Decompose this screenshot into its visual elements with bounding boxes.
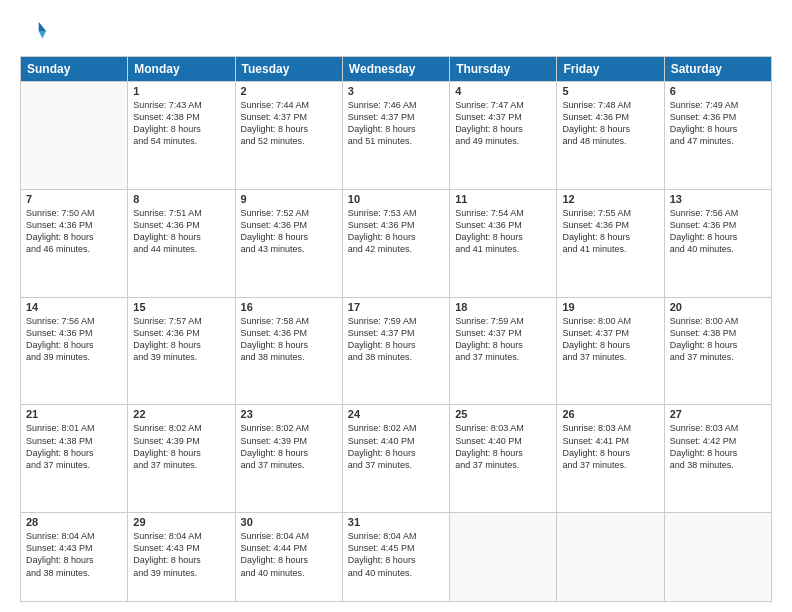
calendar-cell <box>21 82 128 190</box>
day-info: Sunrise: 8:02 AM Sunset: 4:39 PM Dayligh… <box>241 422 337 471</box>
day-info: Sunrise: 8:04 AM Sunset: 4:45 PM Dayligh… <box>348 530 444 579</box>
calendar-cell: 17Sunrise: 7:59 AM Sunset: 4:37 PM Dayli… <box>342 297 449 405</box>
day-of-week-header: Wednesday <box>342 57 449 82</box>
calendar-week-row: 1Sunrise: 7:43 AM Sunset: 4:38 PM Daylig… <box>21 82 772 190</box>
calendar-cell: 3Sunrise: 7:46 AM Sunset: 4:37 PM Daylig… <box>342 82 449 190</box>
day-number: 27 <box>670 408 766 420</box>
header <box>20 18 772 46</box>
calendar-cell: 2Sunrise: 7:44 AM Sunset: 4:37 PM Daylig… <box>235 82 342 190</box>
day-number: 2 <box>241 85 337 97</box>
day-info: Sunrise: 7:55 AM Sunset: 4:36 PM Dayligh… <box>562 207 658 256</box>
calendar-cell <box>664 513 771 602</box>
calendar-cell: 25Sunrise: 8:03 AM Sunset: 4:40 PM Dayli… <box>450 405 557 513</box>
calendar-cell: 16Sunrise: 7:58 AM Sunset: 4:36 PM Dayli… <box>235 297 342 405</box>
day-info: Sunrise: 7:43 AM Sunset: 4:38 PM Dayligh… <box>133 99 229 148</box>
day-number: 18 <box>455 301 551 313</box>
day-info: Sunrise: 8:02 AM Sunset: 4:40 PM Dayligh… <box>348 422 444 471</box>
day-info: Sunrise: 8:00 AM Sunset: 4:38 PM Dayligh… <box>670 315 766 364</box>
day-number: 30 <box>241 516 337 528</box>
calendar-cell: 20Sunrise: 8:00 AM Sunset: 4:38 PM Dayli… <box>664 297 771 405</box>
calendar-cell: 4Sunrise: 7:47 AM Sunset: 4:37 PM Daylig… <box>450 82 557 190</box>
day-number: 8 <box>133 193 229 205</box>
day-info: Sunrise: 7:51 AM Sunset: 4:36 PM Dayligh… <box>133 207 229 256</box>
calendar-week-row: 21Sunrise: 8:01 AM Sunset: 4:38 PM Dayli… <box>21 405 772 513</box>
day-info: Sunrise: 7:48 AM Sunset: 4:36 PM Dayligh… <box>562 99 658 148</box>
logo-icon <box>20 18 48 46</box>
calendar-cell: 5Sunrise: 7:48 AM Sunset: 4:36 PM Daylig… <box>557 82 664 190</box>
calendar-cell: 22Sunrise: 8:02 AM Sunset: 4:39 PM Dayli… <box>128 405 235 513</box>
calendar-week-row: 28Sunrise: 8:04 AM Sunset: 4:43 PM Dayli… <box>21 513 772 602</box>
calendar-cell: 7Sunrise: 7:50 AM Sunset: 4:36 PM Daylig… <box>21 189 128 297</box>
day-info: Sunrise: 7:57 AM Sunset: 4:36 PM Dayligh… <box>133 315 229 364</box>
day-info: Sunrise: 8:00 AM Sunset: 4:37 PM Dayligh… <box>562 315 658 364</box>
calendar: SundayMondayTuesdayWednesdayThursdayFrid… <box>20 56 772 602</box>
day-number: 26 <box>562 408 658 420</box>
day-of-week-header: Saturday <box>664 57 771 82</box>
day-number: 25 <box>455 408 551 420</box>
calendar-cell: 21Sunrise: 8:01 AM Sunset: 4:38 PM Dayli… <box>21 405 128 513</box>
day-info: Sunrise: 8:02 AM Sunset: 4:39 PM Dayligh… <box>133 422 229 471</box>
day-number: 17 <box>348 301 444 313</box>
day-info: Sunrise: 8:03 AM Sunset: 4:40 PM Dayligh… <box>455 422 551 471</box>
calendar-cell: 23Sunrise: 8:02 AM Sunset: 4:39 PM Dayli… <box>235 405 342 513</box>
day-of-week-header: Thursday <box>450 57 557 82</box>
calendar-cell: 10Sunrise: 7:53 AM Sunset: 4:36 PM Dayli… <box>342 189 449 297</box>
day-of-week-header: Monday <box>128 57 235 82</box>
day-info: Sunrise: 7:56 AM Sunset: 4:36 PM Dayligh… <box>670 207 766 256</box>
calendar-cell: 18Sunrise: 7:59 AM Sunset: 4:37 PM Dayli… <box>450 297 557 405</box>
calendar-cell: 27Sunrise: 8:03 AM Sunset: 4:42 PM Dayli… <box>664 405 771 513</box>
day-number: 13 <box>670 193 766 205</box>
day-info: Sunrise: 7:46 AM Sunset: 4:37 PM Dayligh… <box>348 99 444 148</box>
day-info: Sunrise: 8:04 AM Sunset: 4:44 PM Dayligh… <box>241 530 337 579</box>
day-number: 1 <box>133 85 229 97</box>
svg-marker-0 <box>39 22 46 31</box>
calendar-week-row: 7Sunrise: 7:50 AM Sunset: 4:36 PM Daylig… <box>21 189 772 297</box>
day-info: Sunrise: 7:59 AM Sunset: 4:37 PM Dayligh… <box>348 315 444 364</box>
day-of-week-header: Sunday <box>21 57 128 82</box>
day-number: 23 <box>241 408 337 420</box>
day-number: 28 <box>26 516 122 528</box>
calendar-cell: 9Sunrise: 7:52 AM Sunset: 4:36 PM Daylig… <box>235 189 342 297</box>
calendar-cell: 11Sunrise: 7:54 AM Sunset: 4:36 PM Dayli… <box>450 189 557 297</box>
day-number: 24 <box>348 408 444 420</box>
day-info: Sunrise: 7:54 AM Sunset: 4:36 PM Dayligh… <box>455 207 551 256</box>
day-info: Sunrise: 8:01 AM Sunset: 4:38 PM Dayligh… <box>26 422 122 471</box>
day-number: 12 <box>562 193 658 205</box>
day-number: 11 <box>455 193 551 205</box>
day-info: Sunrise: 7:59 AM Sunset: 4:37 PM Dayligh… <box>455 315 551 364</box>
calendar-cell: 8Sunrise: 7:51 AM Sunset: 4:36 PM Daylig… <box>128 189 235 297</box>
calendar-cell <box>557 513 664 602</box>
calendar-cell <box>450 513 557 602</box>
day-info: Sunrise: 7:58 AM Sunset: 4:36 PM Dayligh… <box>241 315 337 364</box>
day-of-week-header: Friday <box>557 57 664 82</box>
day-number: 22 <box>133 408 229 420</box>
day-info: Sunrise: 8:04 AM Sunset: 4:43 PM Dayligh… <box>26 530 122 579</box>
calendar-cell: 24Sunrise: 8:02 AM Sunset: 4:40 PM Dayli… <box>342 405 449 513</box>
calendar-cell: 6Sunrise: 7:49 AM Sunset: 4:36 PM Daylig… <box>664 82 771 190</box>
day-number: 29 <box>133 516 229 528</box>
day-info: Sunrise: 7:53 AM Sunset: 4:36 PM Dayligh… <box>348 207 444 256</box>
calendar-cell: 26Sunrise: 8:03 AM Sunset: 4:41 PM Dayli… <box>557 405 664 513</box>
calendar-week-row: 14Sunrise: 7:56 AM Sunset: 4:36 PM Dayli… <box>21 297 772 405</box>
day-info: Sunrise: 8:03 AM Sunset: 4:42 PM Dayligh… <box>670 422 766 471</box>
day-number: 15 <box>133 301 229 313</box>
day-number: 21 <box>26 408 122 420</box>
day-info: Sunrise: 7:50 AM Sunset: 4:36 PM Dayligh… <box>26 207 122 256</box>
logo <box>20 18 52 46</box>
calendar-cell: 14Sunrise: 7:56 AM Sunset: 4:36 PM Dayli… <box>21 297 128 405</box>
day-info: Sunrise: 7:56 AM Sunset: 4:36 PM Dayligh… <box>26 315 122 364</box>
day-info: Sunrise: 8:04 AM Sunset: 4:43 PM Dayligh… <box>133 530 229 579</box>
day-of-week-header: Tuesday <box>235 57 342 82</box>
calendar-cell: 13Sunrise: 7:56 AM Sunset: 4:36 PM Dayli… <box>664 189 771 297</box>
day-number: 31 <box>348 516 444 528</box>
day-number: 9 <box>241 193 337 205</box>
calendar-cell: 28Sunrise: 8:04 AM Sunset: 4:43 PM Dayli… <box>21 513 128 602</box>
day-number: 7 <box>26 193 122 205</box>
day-info: Sunrise: 7:47 AM Sunset: 4:37 PM Dayligh… <box>455 99 551 148</box>
day-info: Sunrise: 8:03 AM Sunset: 4:41 PM Dayligh… <box>562 422 658 471</box>
day-info: Sunrise: 7:49 AM Sunset: 4:36 PM Dayligh… <box>670 99 766 148</box>
day-number: 5 <box>562 85 658 97</box>
calendar-cell: 31Sunrise: 8:04 AM Sunset: 4:45 PM Dayli… <box>342 513 449 602</box>
day-number: 19 <box>562 301 658 313</box>
calendar-cell: 15Sunrise: 7:57 AM Sunset: 4:36 PM Dayli… <box>128 297 235 405</box>
